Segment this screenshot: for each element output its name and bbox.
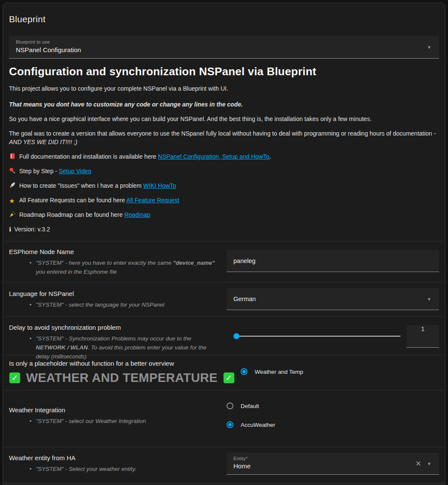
language-info: Language for NSPanel • "SYSTEM" - select…	[9, 283, 227, 316]
star-icon: ★	[9, 197, 16, 204]
bullet-icon: •	[29, 417, 32, 426]
setting-description-text: "SYSTEM" - Select your weather entity.	[36, 464, 136, 473]
intro-section: Blueprint Blueprint to use NSPanel Confi…	[3, 3, 445, 241]
intro-paragraph-4-text: The goal was to create a version that al…	[9, 130, 436, 137]
radio-icon	[227, 421, 233, 428]
page-title: Blueprint	[9, 3, 439, 24]
setting-row-esphome-node-name: ESPhome Node Name • "SYSTEM" - here you …	[3, 241, 445, 282]
setting-description-text: "SYSTEM" - select the language for your …	[36, 300, 165, 309]
blueprint-select-value: NSPanel Configuration	[16, 46, 432, 53]
intro-paragraph-2: That means you dont have to customize an…	[9, 100, 439, 109]
clear-icon[interactable]: ×	[416, 459, 421, 468]
chevron-down-icon: ▼	[427, 44, 431, 49]
node-name-input[interactable]	[227, 257, 439, 264]
weather-placeholder-info: Is only a placeholder without function f…	[9, 355, 241, 390]
documentation-text: Full documentation and installation is a…	[19, 153, 158, 160]
delay-control	[227, 317, 439, 355]
radio-weather-and-temp[interactable]: Weather and Temp	[241, 368, 445, 375]
blueprint-select[interactable]: Blueprint to use NSPanel Configuration ▼	[9, 35, 439, 59]
pushpin-icon	[9, 167, 16, 174]
setting-name: Weather Integration	[9, 406, 221, 414]
setting-description-text: "SYSTEM" - select our Weather Integratio…	[36, 417, 146, 426]
weather-integration-info: Weather Integration • "SYSTEM" - select …	[9, 390, 227, 447]
issues-text: How to create "Issues" when I have a pro…	[19, 182, 143, 189]
setup-video-text: Step by Step -	[19, 168, 59, 174]
roadmap-text: Roadmap Roadmap can be found here	[19, 211, 124, 218]
chevron-down-icon: ▼	[427, 461, 431, 466]
documentation-line: Full documentation and installation is a…	[9, 152, 439, 161]
feature-request-link[interactable]: All Feature Request	[127, 197, 180, 204]
next-row-peek	[3, 482, 445, 485]
version-text: Version: v.3.2	[14, 226, 50, 233]
placeholder-text: Is only a placeholder without function f…	[9, 359, 235, 368]
rocket-icon	[9, 182, 16, 189]
check-icon: ✓	[9, 372, 21, 384]
setting-description: • "SYSTEM" - select the language for you…	[29, 300, 221, 309]
bullet-icon: •	[29, 300, 32, 309]
documentation-suffix: .	[269, 153, 271, 160]
intro-paragraph-4: The goal was to create a version that al…	[9, 129, 439, 146]
intro-paragraph-1: This project allows you to configure you…	[9, 84, 439, 93]
radio-icon	[227, 402, 233, 409]
esphome-node-name-info: ESPhome Node Name • "SYSTEM" - here you …	[9, 242, 227, 282]
feature-requests-line: ★All Feature Requests can be found here …	[9, 196, 439, 204]
info-icon: ℹ	[9, 226, 11, 233]
chevron-down-icon: ▼	[427, 296, 431, 301]
radio-label: Weather and Temp	[255, 369, 304, 375]
radio-default[interactable]: Default	[227, 402, 439, 409]
setting-row-weather-integration: Weather Integration • "SYSTEM" - select …	[3, 390, 445, 447]
setting-description-text: "SYSTEM" - here you have to enter exactl…	[36, 258, 221, 276]
party-popper-icon	[9, 211, 16, 218]
language-select-value: German	[233, 296, 256, 302]
entity-select-value: Home	[233, 462, 432, 470]
radio-label: AccuWeather	[241, 422, 275, 428]
setting-name: Weather entity from HA	[9, 454, 221, 462]
documentation-link[interactable]: NSPanel Configuration, Setup and HowTo	[158, 153, 270, 160]
blueprint-select-label: Blueprint to use	[16, 39, 432, 44]
setting-name: Delay to avoid synchronization problem	[9, 323, 221, 332]
setting-name: ESPhome Node Name	[9, 248, 221, 256]
intro-paragraph-4-italic: AND YES WE DID IT!!!! ;)	[9, 139, 77, 145]
setting-row-language: Language for NSPanel • "SYSTEM" - select…	[3, 282, 445, 316]
setting-description: • "SYSTEM" - select our Weather Integrat…	[29, 417, 221, 426]
check-icon: ✓	[223, 372, 235, 384]
roadmap-line: Roadmap Roadmap can be found here Roadma…	[9, 210, 439, 219]
setting-row-weather-entity: Weather entity from HA • "SYSTEM" - Sele…	[3, 447, 445, 482]
setting-description: • "SYSTEM" - here you have to enter exac…	[29, 258, 221, 276]
bullet-icon: •	[29, 464, 32, 473]
setting-row-delay: Delay to avoid synchronization problem •…	[3, 316, 445, 355]
entity-select[interactable]: Entity* Home × ▼	[227, 452, 439, 475]
setup-video-line: Step by Step - Setup Video	[9, 167, 439, 175]
slider-thumb[interactable]	[233, 333, 239, 339]
roadmap-link[interactable]: Roadmap	[124, 211, 150, 218]
radio-accuweather[interactable]: AccuWeather	[227, 421, 439, 428]
book-icon	[9, 153, 16, 160]
bullet-icon: •	[29, 258, 32, 276]
language-select[interactable]: German ▼	[227, 288, 439, 310]
radio-label: Default	[241, 403, 259, 409]
radio-icon	[241, 368, 248, 375]
intro-paragraph-3: So you have a nice graphical interface w…	[9, 115, 439, 123]
delay-slider[interactable]	[235, 336, 401, 337]
setup-video-link[interactable]: Setup Video	[59, 168, 91, 174]
node-name-input-wrapper	[227, 250, 439, 272]
version-line: ℹVersion: v.3.2	[9, 225, 439, 234]
wiki-howto-link[interactable]: WIKI HowTo	[143, 182, 176, 189]
weather-temperature-heading: WEATHER AND TEMPERATURE	[26, 371, 218, 385]
setting-name: Language for NSPanel	[9, 290, 221, 298]
blueprint-card: Blueprint Blueprint to use NSPanel Confi…	[3, 3, 445, 485]
delay-value-input[interactable]	[407, 325, 439, 332]
entity-select-label: Entity*	[233, 456, 432, 461]
delay-info: Delay to avoid synchronization problem •…	[9, 317, 227, 355]
feature-requests-text: All Feature Requests can be found here	[19, 197, 127, 204]
setting-row-weather-placeholder: Is only a placeholder without function f…	[3, 355, 445, 390]
delay-value-wrapper	[407, 325, 439, 348]
weather-entity-info: Weather entity from HA • "SYSTEM" - Sele…	[9, 447, 227, 482]
issues-line: How to create "Issues" when I have a pro…	[9, 181, 439, 190]
weather-temperature-heading-row: ✓ WEATHER AND TEMPERATURE ✓	[9, 371, 235, 385]
setting-description: • "SYSTEM" - Select your weather entity.	[29, 464, 221, 473]
intro-heading: Configuration and synchronization NSPane…	[9, 65, 439, 78]
